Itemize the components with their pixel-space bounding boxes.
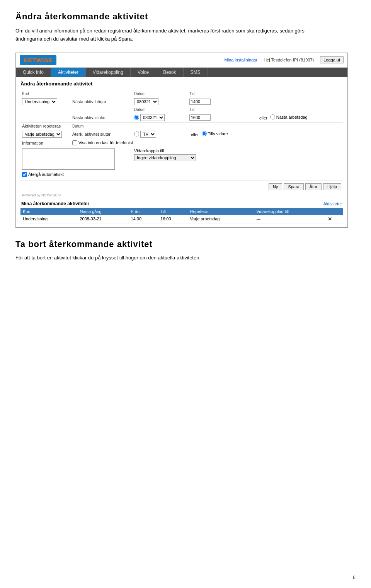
aktiviteter-link[interactable]: Aktiviteter — [323, 201, 342, 206]
kod-select[interactable]: Undervisning — [22, 98, 57, 105]
section2-text: För att ta bort en aktivitet klickar du … — [15, 254, 325, 262]
nav-vidarekoppling[interactable]: Vidarekoppling — [86, 68, 131, 77]
atergaa-label: Återgå automatiskt — [28, 172, 64, 177]
tid-slutar-input[interactable] — [189, 114, 211, 121]
datum-col-header-2: Datum — [133, 106, 188, 113]
aterk-slutar-radio-group: TV — [134, 131, 156, 138]
visa-info-checkbox-group: Visa info endast för telefonist — [72, 140, 133, 145]
delete-icon[interactable]: ✕ — [328, 216, 332, 222]
atergaa-checkbox[interactable] — [22, 172, 27, 177]
nasta-arbetsdag-radio-group: Nästa arbetsdag — [270, 114, 308, 119]
datum-col-header-3: Datum — [72, 124, 83, 128]
logout-button[interactable]: Logga ut — [320, 56, 344, 63]
nav-sms[interactable]: SMS — [184, 68, 208, 77]
aktiviteten-repeteras-label: Aktiviteten repeteras — [20, 122, 71, 130]
information-content-row: Vidarekoppla till Ingen vidarekoppling — [20, 147, 343, 171]
col-delete — [325, 208, 343, 215]
datum-borjar-select[interactable]: 080321 — [134, 98, 158, 105]
vidarekoppla-till-label: Vidarekoppla till — [134, 148, 341, 153]
nasta-aktiv-slutar-label: Nästa aktiv. slutar — [71, 113, 133, 123]
repeteras-select[interactable]: Varje arbetsdag — [22, 131, 62, 138]
table-header: Kod Nästa gång Från Till Repeterar Vidar… — [20, 208, 343, 215]
repeteras-row: Aktiviteten repeteras Datum — [20, 122, 343, 130]
form-title: Ändra återkommande aktivitet — [20, 81, 343, 87]
logo-text: NETWISE — [24, 57, 53, 63]
table-title: Mina återkommande aktiviteter — [21, 201, 89, 206]
vidarekoppla-select[interactable]: Ingen vidarekoppling — [134, 154, 196, 161]
hjalp-button[interactable]: Hjälp — [323, 183, 341, 190]
datum-slutar-select[interactable]: 080321 — [140, 114, 165, 121]
form-table: Kod Datum Tid Undervisning Nästa aktiv. … — [20, 90, 343, 179]
visa-info-label: Visa info endast för telefonist — [78, 140, 133, 145]
atar-button[interactable]: Åtar — [305, 183, 322, 190]
form-buttons: Ny Spara Åtar Hjälp — [20, 181, 343, 193]
col-nasta-gang: Nästa gång — [77, 208, 128, 215]
atergaa-checkbox-group: Återgå automatiskt — [22, 172, 64, 177]
radio-nasta-arbetsdag[interactable] — [270, 114, 275, 119]
intro-text: Om du vill ändra information på en redan… — [15, 27, 325, 43]
table-row[interactable]: Undervisning 2008-03-21 14:00 16:00 Varj… — [20, 215, 343, 223]
radio-aterk-datum[interactable] — [134, 131, 139, 136]
nav-besok[interactable]: Besök — [156, 68, 183, 77]
ny-button[interactable]: Ny — [269, 183, 282, 190]
powered-by: Powered by NETWISE © — [20, 193, 343, 198]
cell-nasta-gang: 2008-03-21 — [77, 215, 128, 223]
cell-till: 16:00 — [158, 215, 187, 223]
content-area: Ändra återkommande aktivitet Kod Datum T… — [16, 77, 347, 227]
nasta-arbetsdag-label: Nästa arbetsdag — [276, 115, 308, 119]
spara-button[interactable]: Spara — [284, 183, 303, 190]
information-row: Information Visa info endast för telefon… — [20, 139, 343, 147]
header-right: Mina inställningar Hej Testtelefon IPI (… — [225, 56, 344, 63]
settings-link[interactable]: Mina inställningar — [225, 58, 258, 62]
user-greeting: Hej Testtelefon IPI (81907) — [264, 58, 314, 62]
radio-datum-slutar[interactable] — [134, 115, 139, 120]
cell-vidarekopplad: --- — [254, 215, 325, 223]
repeteras-controls-row: Varje arbetsdag Återk. aktivitet slutar … — [20, 130, 343, 139]
col-till: Till — [158, 208, 187, 215]
section2-title: Ta bort återkommande aktivitet — [15, 239, 356, 249]
aterk-slutar-select[interactable]: TV — [140, 131, 156, 138]
table-header-row: Mina återkommande aktiviteter Aktivitete… — [20, 201, 343, 206]
cell-kod: Undervisning — [20, 215, 77, 223]
tid-col-header-2: Tid — [188, 106, 256, 113]
atergaa-row: Återgå automatiskt — [20, 171, 343, 179]
col-repeterar: Repeterar — [188, 208, 254, 215]
aterk-aktivitet-slutar-label: Återk. aktivitet slutar — [71, 130, 133, 139]
nasta-aktiv-borjar-row: Undervisning Nästa aktiv. börjar 080321 — [20, 97, 343, 106]
tills-vidare-radio-group: Tills vidare — [202, 131, 228, 136]
cell-repeterar: Varje arbetsdag — [188, 215, 254, 223]
activities-table: Kod Nästa gång Från Till Repeterar Vidar… — [20, 208, 343, 223]
col-vidarekopplad: Vidarekopplad till — [254, 208, 325, 215]
radio-tills-vidare[interactable] — [202, 131, 207, 136]
header-row-2: Datum Tid — [20, 106, 343, 113]
information-label: Information — [20, 139, 71, 147]
nav-voice[interactable]: Voice — [131, 68, 156, 77]
nav-quick-info[interactable]: Quick Info — [16, 68, 51, 77]
tid-col-header: Tid — [188, 90, 256, 97]
cell-delete[interactable]: ✕ — [325, 215, 343, 223]
cell-fran: 14:00 — [129, 215, 158, 223]
eller-label-2: eller — [191, 132, 199, 137]
nav-bar: Quick Info Aktiviteter Vidarekoppling Vo… — [16, 68, 347, 77]
col-kod: Kod — [20, 208, 77, 215]
col-fran: Från — [129, 208, 158, 215]
kod-col-header: Kod — [20, 90, 71, 97]
tid-borjar-input[interactable] — [189, 99, 211, 105]
visa-info-checkbox[interactable] — [72, 140, 77, 145]
app-header: NETWISE Mina inställningar Hej Testtelef… — [16, 53, 347, 68]
tills-vidare-label: Tills vidare — [208, 131, 228, 136]
app-window: NETWISE Mina inställningar Hej Testtelef… — [15, 53, 348, 228]
nav-aktiviteter[interactable]: Aktiviteter — [51, 68, 86, 77]
datum-col-header: Datum — [133, 90, 188, 97]
page-main-title: Ändra återkommande aktivitet — [15, 12, 356, 22]
information-textarea[interactable] — [22, 148, 115, 170]
header-row: Kod Datum Tid — [20, 90, 343, 97]
eller-label: eller — [259, 116, 267, 120]
nasta-aktiv-slutar-row: Nästa aktiv. slutar 080321 eller — [20, 113, 343, 123]
radio-datum-slutar-group: 080321 — [134, 114, 165, 121]
nasta-aktiv-borjar-label: Nästa aktiv. börjar — [71, 97, 133, 106]
logo: NETWISE — [20, 55, 56, 65]
